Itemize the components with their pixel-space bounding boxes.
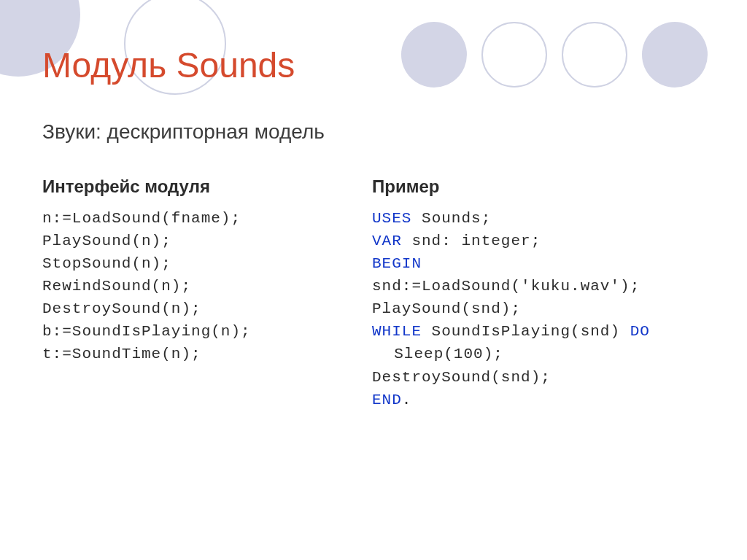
code-line: RewindSound(n);: [42, 275, 349, 298]
code-line: Sleep(100);: [372, 343, 715, 365]
code-line: DestroySound(n);: [42, 298, 349, 320]
code-line: uses Sounds;: [372, 207, 715, 230]
slide-title: Модуль Sounds: [42, 45, 295, 85]
left-column: Интерфейс модуля n:=LoadSound(fname); Pl…: [42, 176, 349, 366]
decor-circle-small-4: [642, 22, 708, 88]
right-column: Пример uses Sounds; var snd: integer; be…: [372, 176, 715, 411]
code-line: PlaySound(n);: [42, 230, 349, 252]
code-line: end.: [372, 389, 715, 411]
code-line: n:=LoadSound(fname);: [42, 207, 349, 230]
right-heading: Пример: [372, 176, 715, 197]
code-line: t:=SoundTime(n);: [42, 343, 349, 365]
code-line: snd:=LoadSound('kuku.wav');: [372, 275, 715, 298]
code-line: b:=SoundIsPlaying(n);: [42, 320, 349, 343]
code-line: begin: [372, 252, 715, 275]
left-heading: Интерфейс модуля: [42, 176, 349, 197]
code-line: var snd: integer;: [372, 230, 715, 252]
code-line: StopSound(n);: [42, 252, 349, 275]
decor-circle-small-2: [481, 22, 547, 88]
code-line: PlaySound(snd);: [372, 298, 715, 320]
code-line: while SoundIsPlaying(snd) do: [372, 320, 715, 343]
decor-circle-small-3: [562, 22, 627, 88]
slide-subtitle: Звуки: дескрипторная модель: [42, 120, 325, 144]
code-line: DestroySound(snd);: [372, 366, 715, 389]
decor-circle-small-1: [401, 22, 467, 88]
